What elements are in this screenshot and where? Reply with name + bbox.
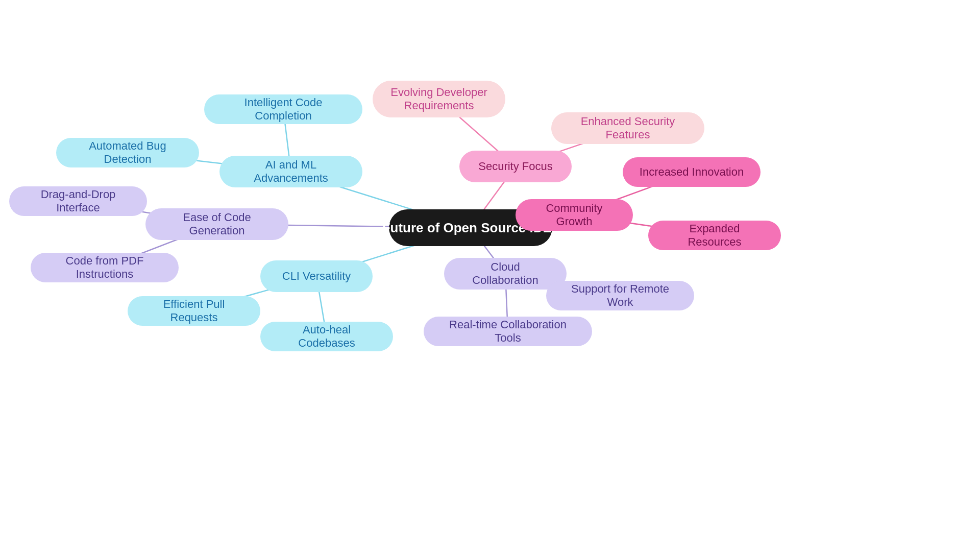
efficient-pr-node: Efficient Pull Requests [128, 296, 260, 326]
security-focus-label: Security Focus [478, 160, 553, 173]
ai-ml-node: AI and ML Advancements [219, 156, 362, 187]
auto-heal-label: Auto-heal Codebases [275, 323, 379, 350]
remote-work-label: Support for Remote Work [560, 282, 680, 309]
remote-work-node: Support for Remote Work [546, 281, 694, 310]
cloud-collab-node: Cloud Collaboration [444, 258, 567, 290]
increased-innovation-node: Increased Innovation [623, 157, 761, 187]
expanded-resources-node: Expanded Resources [648, 221, 781, 250]
auto-bug-label: Automated Bug Detection [70, 139, 185, 166]
code-pdf-label: Code from PDF Instructions [45, 254, 164, 281]
realtime-collab-label: Real-time Collaboration Tools [438, 318, 578, 345]
cli-node: CLI Versatility [260, 260, 373, 292]
drag-drop-label: Drag-and-Drop Interface [23, 188, 133, 214]
efficient-pr-label: Efficient Pull Requests [142, 298, 246, 324]
cli-label: CLI Versatility [282, 270, 351, 283]
increased-innovation-label: Increased Innovation [640, 165, 744, 179]
expanded-resources-label: Expanded Resources [663, 222, 767, 249]
enhanced-security-label: Enhanced Security Features [566, 115, 690, 141]
ease-code-node: Ease of Code Generation [145, 208, 288, 240]
ai-ml-label: AI and ML Advancements [234, 158, 348, 185]
auto-bug-node: Automated Bug Detection [56, 138, 199, 167]
cloud-collab-label: Cloud Collaboration [458, 260, 552, 287]
drag-drop-node: Drag-and-Drop Interface [9, 186, 147, 216]
evolving-dev-node: Evolving Developer Requirements [373, 81, 505, 117]
enhanced-security-node: Enhanced Security Features [551, 112, 704, 144]
code-pdf-node: Code from PDF Instructions [31, 253, 179, 282]
intelligent-code-node: Intelligent Code Completion [204, 94, 362, 124]
ease-code-label: Ease of Code Generation [160, 211, 274, 237]
community-growth-label: Community Growth [530, 202, 619, 228]
evolving-dev-label: Evolving Developer Requirements [387, 86, 491, 112]
intelligent-code-label: Intelligent Code Completion [218, 96, 348, 123]
realtime-collab-node: Real-time Collaboration Tools [424, 317, 592, 346]
security-focus-node: Security Focus [459, 151, 572, 182]
community-growth-node: Community Growth [516, 199, 633, 231]
auto-heal-node: Auto-heal Codebases [260, 322, 393, 351]
